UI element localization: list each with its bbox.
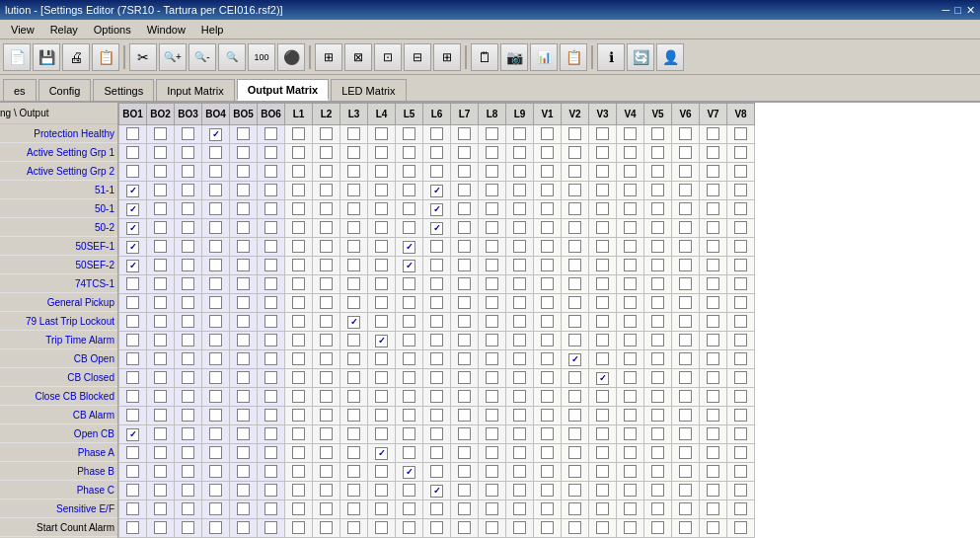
- checkbox-r14-bo5[interactable]: [237, 390, 250, 403]
- checkbox-r8-l1[interactable]: [292, 277, 305, 290]
- checkbox-r12-bo2[interactable]: [154, 352, 167, 365]
- cell-r4-bo2[interactable]: [147, 200, 175, 219]
- checkbox-r19-l4[interactable]: [375, 484, 388, 497]
- checkbox-r20-v6[interactable]: [679, 502, 692, 515]
- cell-r5-bo4[interactable]: [202, 219, 230, 238]
- checkbox-r0-v6[interactable]: [679, 127, 692, 140]
- checkbox-r1-v4[interactable]: [624, 146, 637, 159]
- checkbox-r3-l1[interactable]: [292, 184, 305, 196]
- checkbox-r0-l5[interactable]: [403, 127, 415, 140]
- checkbox-r13-l6[interactable]: [430, 371, 443, 384]
- cell-r12-l7[interactable]: [451, 350, 479, 369]
- cell-r16-v4[interactable]: [617, 425, 644, 444]
- cell-r2-bo6[interactable]: [258, 163, 285, 182]
- checkbox-r6-v3[interactable]: [596, 240, 609, 253]
- checkbox-r21-v7[interactable]: [707, 521, 719, 534]
- checkbox-r18-bo6[interactable]: [264, 465, 277, 478]
- cell-r7-bo2[interactable]: [147, 257, 175, 275]
- checkbox-r9-l9[interactable]: [513, 296, 526, 309]
- checkbox-r13-bo3[interactable]: [182, 371, 194, 384]
- cell-r4-l4[interactable]: [368, 200, 396, 219]
- cell-r19-v2[interactable]: [562, 482, 589, 500]
- checkbox-r17-l3[interactable]: [347, 446, 360, 459]
- cell-r21-bo6[interactable]: [258, 519, 285, 538]
- cell-r3-v8[interactable]: [727, 182, 755, 200]
- checkbox-r17-v6[interactable]: [679, 446, 692, 459]
- cell-r1-l7[interactable]: [451, 144, 479, 163]
- checkbox-r6-bo1[interactable]: [126, 241, 139, 254]
- checkbox-r9-bo1[interactable]: [126, 296, 139, 309]
- checkbox-r1-v8[interactable]: [734, 146, 747, 159]
- checkbox-r21-bo6[interactable]: [264, 521, 277, 534]
- cell-r9-v2[interactable]: [562, 294, 589, 313]
- cell-r6-bo3[interactable]: [175, 238, 202, 257]
- checkbox-r12-l4[interactable]: [375, 352, 388, 365]
- cell-r7-l6[interactable]: [423, 257, 451, 275]
- checkbox-r3-l7[interactable]: [458, 184, 471, 196]
- checkbox-r2-v8[interactable]: [734, 165, 747, 178]
- checkbox-r11-v4[interactable]: [624, 334, 637, 346]
- cell-r6-l4[interactable]: [368, 238, 396, 257]
- checkbox-r0-v4[interactable]: [624, 127, 637, 140]
- cell-r12-l9[interactable]: [506, 350, 534, 369]
- cell-r15-v1[interactable]: [534, 407, 562, 425]
- cell-r9-bo1[interactable]: [119, 294, 147, 313]
- print-btn[interactable]: 🖨: [62, 43, 90, 71]
- cell-r5-v2[interactable]: [562, 219, 589, 238]
- checkbox-r14-v8[interactable]: [734, 390, 747, 403]
- cell-r5-l2[interactable]: [313, 219, 340, 238]
- cell-r15-v5[interactable]: [644, 407, 672, 425]
- checkbox-r2-l2[interactable]: [320, 165, 333, 178]
- checkbox-r12-l5[interactable]: [403, 352, 415, 365]
- cell-r0-bo2[interactable]: [147, 125, 175, 144]
- checkbox-r14-bo4[interactable]: [209, 390, 222, 403]
- checkbox-r11-l3[interactable]: [347, 334, 360, 346]
- cell-r21-l9[interactable]: [506, 519, 534, 538]
- cell-r0-l4[interactable]: [368, 125, 396, 144]
- cell-r17-bo4[interactable]: [202, 444, 230, 463]
- cell-r5-v4[interactable]: [617, 219, 644, 238]
- checkbox-r17-bo2[interactable]: [154, 446, 167, 459]
- cell-r9-l3[interactable]: [340, 294, 368, 313]
- checkbox-r19-l6[interactable]: [430, 485, 443, 498]
- checkbox-r2-v2[interactable]: [568, 165, 581, 178]
- cell-r16-l5[interactable]: [396, 425, 423, 444]
- cell-r16-l9[interactable]: [506, 425, 534, 444]
- checkbox-r19-bo6[interactable]: [264, 484, 277, 497]
- cell-r16-v6[interactable]: [672, 425, 700, 444]
- checkbox-r2-bo4[interactable]: [209, 165, 222, 178]
- checkbox-r3-v3[interactable]: [596, 184, 609, 196]
- cell-r14-l5[interactable]: [396, 388, 423, 407]
- cell-r2-l8[interactable]: [479, 163, 506, 182]
- checkbox-r6-l5[interactable]: [403, 241, 415, 254]
- cell-r11-l3[interactable]: [340, 332, 368, 350]
- cell-r17-l4[interactable]: [368, 444, 396, 463]
- cell-r9-v7[interactable]: [700, 294, 727, 313]
- checkbox-r20-v2[interactable]: [568, 502, 581, 515]
- checkbox-r20-v8[interactable]: [734, 502, 747, 515]
- cell-r11-bo1[interactable]: [119, 332, 147, 350]
- checkbox-r18-v7[interactable]: [707, 465, 719, 478]
- checkbox-r3-l5[interactable]: [403, 184, 415, 196]
- checkbox-r18-bo5[interactable]: [237, 465, 250, 478]
- checkbox-r17-l2[interactable]: [320, 446, 333, 459]
- checkbox-r18-l6[interactable]: [430, 465, 443, 478]
- cell-r19-bo6[interactable]: [258, 482, 285, 500]
- cell-r19-l5[interactable]: [396, 482, 423, 500]
- checkbox-r14-v6[interactable]: [679, 390, 692, 403]
- checkbox-r10-l3[interactable]: [347, 316, 360, 329]
- checkbox-r7-l9[interactable]: [513, 259, 526, 271]
- cell-r19-v5[interactable]: [644, 482, 672, 500]
- checkbox-r10-v6[interactable]: [679, 315, 692, 328]
- cell-r12-v2[interactable]: [562, 350, 589, 369]
- cell-r20-v7[interactable]: [700, 500, 727, 519]
- checkbox-r20-l1[interactable]: [292, 502, 305, 515]
- cut-btn[interactable]: ✂: [129, 43, 157, 71]
- notes-btn[interactable]: 🗒: [471, 43, 498, 71]
- cell-r10-l1[interactable]: [285, 313, 313, 332]
- cell-r6-v8[interactable]: [727, 238, 755, 257]
- checkbox-r7-l3[interactable]: [347, 259, 360, 271]
- checkbox-r12-v3[interactable]: [596, 352, 609, 365]
- cell-r11-l7[interactable]: [451, 332, 479, 350]
- checkbox-r6-l3[interactable]: [347, 240, 360, 253]
